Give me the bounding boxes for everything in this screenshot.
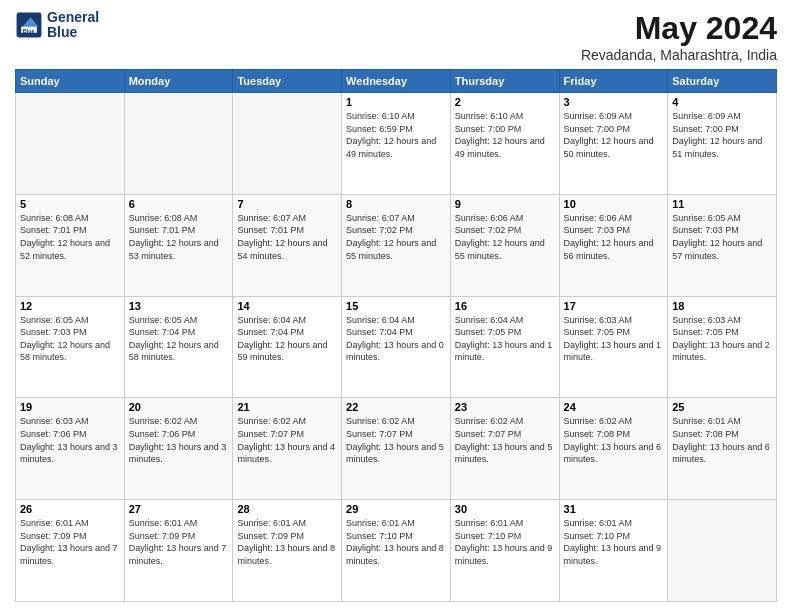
- calendar-cell: [16, 93, 125, 195]
- svg-text:Blue: Blue: [23, 28, 35, 34]
- calendar-cell: 31 Sunrise: 6:01 AMSunset: 7:10 PMDaylig…: [559, 500, 668, 602]
- calendar-week-5: 26 Sunrise: 6:01 AMSunset: 7:09 PMDaylig…: [16, 500, 777, 602]
- day-info: Sunrise: 6:04 AMSunset: 7:05 PMDaylight:…: [455, 314, 555, 364]
- day-number: 5: [20, 198, 120, 210]
- day-info: Sunrise: 6:06 AMSunset: 7:03 PMDaylight:…: [564, 212, 664, 262]
- calendar-cell: 24 Sunrise: 6:02 AMSunset: 7:08 PMDaylig…: [559, 398, 668, 500]
- title-block: May 2024 Revadanda, Maharashtra, India: [581, 10, 777, 63]
- day-number: 3: [564, 96, 664, 108]
- calendar-cell: 8 Sunrise: 6:07 AMSunset: 7:02 PMDayligh…: [342, 194, 451, 296]
- day-number: 16: [455, 300, 555, 312]
- logo-text: General Blue: [47, 10, 99, 41]
- calendar-cell: 7 Sunrise: 6:07 AMSunset: 7:01 PMDayligh…: [233, 194, 342, 296]
- day-number: 1: [346, 96, 446, 108]
- calendar-week-2: 5 Sunrise: 6:08 AMSunset: 7:01 PMDayligh…: [16, 194, 777, 296]
- day-number: 31: [564, 503, 664, 515]
- calendar-cell: 20 Sunrise: 6:02 AMSunset: 7:06 PMDaylig…: [124, 398, 233, 500]
- calendar-cell: 2 Sunrise: 6:10 AMSunset: 7:00 PMDayligh…: [450, 93, 559, 195]
- calendar-week-1: 1 Sunrise: 6:10 AMSunset: 6:59 PMDayligh…: [16, 93, 777, 195]
- day-number: 21: [237, 401, 337, 413]
- day-info: Sunrise: 6:03 AMSunset: 7:05 PMDaylight:…: [672, 314, 772, 364]
- calendar-cell: 17 Sunrise: 6:03 AMSunset: 7:05 PMDaylig…: [559, 296, 668, 398]
- day-number: 19: [20, 401, 120, 413]
- calendar-table: SundayMondayTuesdayWednesdayThursdayFrid…: [15, 69, 777, 602]
- calendar-cell: 1 Sunrise: 6:10 AMSunset: 6:59 PMDayligh…: [342, 93, 451, 195]
- calendar-cell: 29 Sunrise: 6:01 AMSunset: 7:10 PMDaylig…: [342, 500, 451, 602]
- day-header-thursday: Thursday: [450, 70, 559, 93]
- day-number: 18: [672, 300, 772, 312]
- day-info: Sunrise: 6:01 AMSunset: 7:09 PMDaylight:…: [20, 517, 120, 567]
- day-info: Sunrise: 6:09 AMSunset: 7:00 PMDaylight:…: [672, 110, 772, 160]
- day-info: Sunrise: 6:07 AMSunset: 7:02 PMDaylight:…: [346, 212, 446, 262]
- logo: Blue General Blue: [15, 10, 99, 41]
- day-info: Sunrise: 6:08 AMSunset: 7:01 PMDaylight:…: [129, 212, 229, 262]
- calendar-cell: 22 Sunrise: 6:02 AMSunset: 7:07 PMDaylig…: [342, 398, 451, 500]
- calendar-week-4: 19 Sunrise: 6:03 AMSunset: 7:06 PMDaylig…: [16, 398, 777, 500]
- calendar-cell: [668, 500, 777, 602]
- day-number: 7: [237, 198, 337, 210]
- logo-icon: Blue: [15, 11, 43, 39]
- day-number: 13: [129, 300, 229, 312]
- day-info: Sunrise: 6:09 AMSunset: 7:00 PMDaylight:…: [564, 110, 664, 160]
- calendar-cell: 26 Sunrise: 6:01 AMSunset: 7:09 PMDaylig…: [16, 500, 125, 602]
- day-header-monday: Monday: [124, 70, 233, 93]
- day-number: 4: [672, 96, 772, 108]
- calendar-cell: 23 Sunrise: 6:02 AMSunset: 7:07 PMDaylig…: [450, 398, 559, 500]
- day-number: 10: [564, 198, 664, 210]
- calendar-cell: 18 Sunrise: 6:03 AMSunset: 7:05 PMDaylig…: [668, 296, 777, 398]
- calendar-cell: 15 Sunrise: 6:04 AMSunset: 7:04 PMDaylig…: [342, 296, 451, 398]
- header: Blue General Blue May 2024 Revadanda, Ma…: [15, 10, 777, 63]
- calendar-cell: 12 Sunrise: 6:05 AMSunset: 7:03 PMDaylig…: [16, 296, 125, 398]
- calendar-cell: 16 Sunrise: 6:04 AMSunset: 7:05 PMDaylig…: [450, 296, 559, 398]
- day-number: 17: [564, 300, 664, 312]
- day-info: Sunrise: 6:02 AMSunset: 7:07 PMDaylight:…: [346, 415, 446, 465]
- day-info: Sunrise: 6:01 AMSunset: 7:09 PMDaylight:…: [129, 517, 229, 567]
- day-info: Sunrise: 6:01 AMSunset: 7:10 PMDaylight:…: [455, 517, 555, 567]
- day-info: Sunrise: 6:07 AMSunset: 7:01 PMDaylight:…: [237, 212, 337, 262]
- day-info: Sunrise: 6:08 AMSunset: 7:01 PMDaylight:…: [20, 212, 120, 262]
- day-info: Sunrise: 6:06 AMSunset: 7:02 PMDaylight:…: [455, 212, 555, 262]
- day-number: 29: [346, 503, 446, 515]
- day-info: Sunrise: 6:05 AMSunset: 7:04 PMDaylight:…: [129, 314, 229, 364]
- calendar-cell: 11 Sunrise: 6:05 AMSunset: 7:03 PMDaylig…: [668, 194, 777, 296]
- day-number: 11: [672, 198, 772, 210]
- day-header-friday: Friday: [559, 70, 668, 93]
- day-info: Sunrise: 6:04 AMSunset: 7:04 PMDaylight:…: [237, 314, 337, 364]
- day-number: 9: [455, 198, 555, 210]
- month-title: May 2024: [581, 10, 777, 47]
- day-number: 22: [346, 401, 446, 413]
- day-info: Sunrise: 6:01 AMSunset: 7:08 PMDaylight:…: [672, 415, 772, 465]
- day-number: 27: [129, 503, 229, 515]
- day-info: Sunrise: 6:02 AMSunset: 7:06 PMDaylight:…: [129, 415, 229, 465]
- day-number: 15: [346, 300, 446, 312]
- day-info: Sunrise: 6:02 AMSunset: 7:07 PMDaylight:…: [237, 415, 337, 465]
- day-number: 30: [455, 503, 555, 515]
- calendar-week-3: 12 Sunrise: 6:05 AMSunset: 7:03 PMDaylig…: [16, 296, 777, 398]
- calendar-cell: 19 Sunrise: 6:03 AMSunset: 7:06 PMDaylig…: [16, 398, 125, 500]
- calendar-header-row: SundayMondayTuesdayWednesdayThursdayFrid…: [16, 70, 777, 93]
- calendar-cell: 27 Sunrise: 6:01 AMSunset: 7:09 PMDaylig…: [124, 500, 233, 602]
- day-number: 23: [455, 401, 555, 413]
- location: Revadanda, Maharashtra, India: [581, 47, 777, 63]
- calendar-cell: 10 Sunrise: 6:06 AMSunset: 7:03 PMDaylig…: [559, 194, 668, 296]
- day-number: 28: [237, 503, 337, 515]
- day-number: 24: [564, 401, 664, 413]
- calendar-cell: 28 Sunrise: 6:01 AMSunset: 7:09 PMDaylig…: [233, 500, 342, 602]
- day-info: Sunrise: 6:05 AMSunset: 7:03 PMDaylight:…: [672, 212, 772, 262]
- day-info: Sunrise: 6:10 AMSunset: 6:59 PMDaylight:…: [346, 110, 446, 160]
- day-number: 25: [672, 401, 772, 413]
- day-number: 6: [129, 198, 229, 210]
- page: Blue General Blue May 2024 Revadanda, Ma…: [0, 0, 792, 612]
- day-info: Sunrise: 6:02 AMSunset: 7:08 PMDaylight:…: [564, 415, 664, 465]
- day-number: 2: [455, 96, 555, 108]
- day-info: Sunrise: 6:01 AMSunset: 7:10 PMDaylight:…: [564, 517, 664, 567]
- day-header-tuesday: Tuesday: [233, 70, 342, 93]
- calendar-cell: 13 Sunrise: 6:05 AMSunset: 7:04 PMDaylig…: [124, 296, 233, 398]
- day-info: Sunrise: 6:03 AMSunset: 7:05 PMDaylight:…: [564, 314, 664, 364]
- calendar-cell: 9 Sunrise: 6:06 AMSunset: 7:02 PMDayligh…: [450, 194, 559, 296]
- day-info: Sunrise: 6:03 AMSunset: 7:06 PMDaylight:…: [20, 415, 120, 465]
- day-info: Sunrise: 6:01 AMSunset: 7:10 PMDaylight:…: [346, 517, 446, 567]
- day-info: Sunrise: 6:05 AMSunset: 7:03 PMDaylight:…: [20, 314, 120, 364]
- day-number: 26: [20, 503, 120, 515]
- calendar-cell: 4 Sunrise: 6:09 AMSunset: 7:00 PMDayligh…: [668, 93, 777, 195]
